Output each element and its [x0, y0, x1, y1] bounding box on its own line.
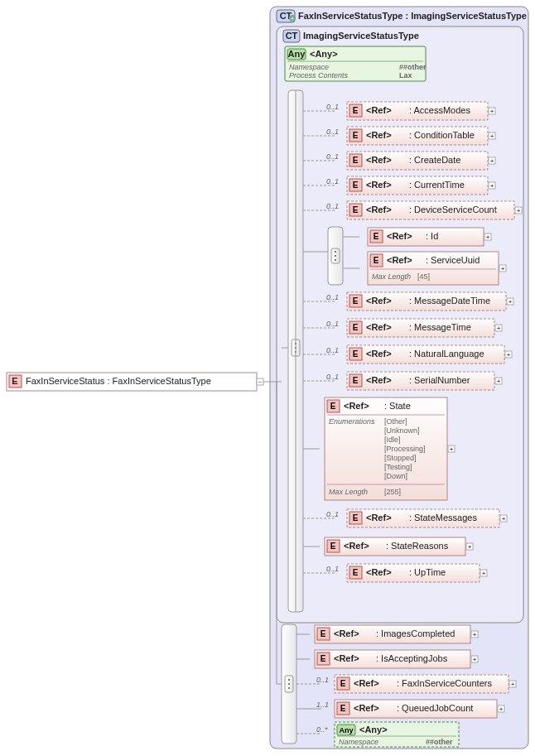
svg-text:[Processing]: [Processing]: [384, 445, 426, 453]
svg-text:0..1: 0..1: [326, 177, 339, 185]
svg-text:<Ref>: <Ref>: [366, 349, 392, 359]
outer-sequence: [282, 624, 296, 744]
svg-text:0..1: 0..1: [326, 128, 339, 136]
svg-text:E: E: [353, 156, 359, 165]
svg-text:+: +: [511, 681, 515, 688]
svg-text:<Ref>: <Ref>: [366, 105, 392, 115]
svg-text:+: +: [291, 15, 295, 22]
svg-text:[255]: [255]: [384, 488, 401, 496]
svg-text:E: E: [340, 679, 346, 688]
svg-text:<Ref>: <Ref>: [366, 296, 392, 306]
svg-point-58: [335, 255, 336, 257]
svg-text:[Down]: [Down]: [384, 472, 407, 480]
svg-text:: ServiceUuid: : ServiceUuid: [426, 255, 480, 265]
svg-point-57: [335, 251, 336, 253]
svg-text:CT: CT: [286, 31, 298, 41]
ct-outer-label: FaxInServiceStatusType : ImagingServiceS…: [298, 11, 527, 21]
svg-text:E: E: [374, 256, 379, 265]
choice-id-uuid: E <Ref> : Id + E <Ref> : ServiceUuid Max…: [303, 227, 506, 285]
svg-text:<Ref>: <Ref>: [366, 375, 392, 385]
svg-text:E: E: [353, 106, 359, 115]
svg-text:<Ref>: <Ref>: [366, 513, 392, 522]
svg-text:<Ref>: <Ref>: [366, 205, 392, 214]
ct-inner-label: ImagingServiceStatusType: [303, 31, 419, 41]
root-label: FaxInServiceStatus : FaxInServiceStatusT…: [26, 376, 211, 386]
svg-text:: NaturalLanguage: : NaturalLanguage: [409, 349, 484, 359]
svg-text:E: E: [374, 232, 379, 241]
svg-text:E: E: [353, 513, 359, 522]
svg-text:Enumerations: Enumerations: [329, 417, 375, 426]
svg-text:+: +: [517, 207, 521, 214]
svg-text:: QueuedJobCount: : QueuedJobCount: [397, 703, 473, 713]
svg-text:0..1: 0..1: [326, 202, 339, 210]
svg-text:+: +: [501, 265, 505, 272]
svg-text:: Id: : Id: [426, 231, 438, 241]
svg-text:E: E: [353, 323, 359, 332]
svg-text:+: +: [502, 515, 506, 522]
svg-text:[Idle]: [Idle]: [384, 436, 401, 444]
svg-text:+: +: [468, 543, 472, 551]
svg-text:<Ref>: <Ref>: [366, 322, 392, 332]
svg-text:<Ref>: <Ref>: [366, 130, 392, 140]
svg-text:+: +: [507, 351, 511, 359]
svg-text:: DeviceServiceCount: : DeviceServiceCount: [409, 205, 497, 214]
svg-text:E: E: [340, 704, 346, 713]
svg-point-59: [335, 259, 336, 261]
svg-text:+: +: [497, 378, 501, 385]
svg-text:0..*: 0..*: [316, 725, 328, 734]
svg-text:+: +: [490, 108, 494, 115]
svg-text:##other: ##other: [399, 63, 427, 71]
ref-state: E <Ref> : State Enumerations [Other] [Un…: [303, 397, 455, 500]
svg-text:E: E: [330, 542, 336, 551]
svg-text:0..1: 0..1: [316, 676, 329, 684]
svg-text:<Ref>: <Ref>: [366, 567, 392, 577]
root-element: E FaxInServiceStatus : FaxInServiceStatu…: [7, 373, 257, 391]
svg-text:<Ref>: <Ref>: [387, 231, 412, 241]
svg-text:Namespace: Namespace: [289, 63, 329, 71]
svg-text:<Ref>: <Ref>: [344, 541, 369, 551]
svg-text:: AccessModes: : AccessModes: [409, 105, 470, 115]
svg-text:E: E: [353, 296, 359, 306]
svg-text:: SerialNumber: : SerialNumber: [409, 375, 470, 385]
ct-inner-header: CT ImagingServiceStatusType: [283, 30, 419, 42]
svg-text:<Any>: <Any>: [310, 49, 338, 59]
svg-text:E: E: [353, 349, 359, 359]
svg-text:Any: Any: [288, 49, 306, 59]
svg-text:+: +: [482, 570, 486, 577]
svg-text:+: +: [499, 705, 504, 713]
svg-text:E: E: [330, 402, 336, 411]
svg-text:0..1: 0..1: [326, 293, 339, 301]
svg-text:E: E: [353, 568, 359, 577]
svg-text:0..1: 0..1: [326, 346, 339, 354]
svg-text:<Ref>: <Ref>: [387, 255, 412, 265]
svg-text:: MessageDateTime: : MessageDateTime: [409, 296, 490, 306]
svg-text:Lax: Lax: [399, 71, 412, 79]
svg-text:E: E: [321, 629, 326, 638]
svg-text:E: E: [12, 376, 17, 386]
ref-isacceptingjobs: E <Ref> : IsAcceptingJobs +: [296, 650, 478, 668]
ref-statereasons: E <Ref> : StateReasons +: [303, 537, 473, 556]
svg-text:[Testing]: [Testing]: [384, 463, 412, 471]
svg-text:: StateReasons: : StateReasons: [386, 541, 449, 551]
svg-point-17: [288, 679, 290, 681]
svg-text:[Other]: [Other]: [384, 417, 407, 426]
svg-text:0..1: 0..1: [326, 103, 339, 111]
svg-text:Max Length: Max Length: [329, 488, 368, 496]
svg-text:+: +: [490, 182, 494, 190]
svg-text:: CurrentTime: : CurrentTime: [409, 180, 465, 190]
svg-text:[45]: [45]: [417, 272, 430, 281]
svg-text:0..1: 0..1: [326, 565, 339, 573]
svg-text:0..1: 0..1: [326, 373, 339, 381]
svg-point-18: [288, 683, 290, 685]
svg-text:E: E: [353, 181, 359, 190]
svg-text:<Any>: <Any>: [359, 725, 388, 734]
svg-text:<Ref>: <Ref>: [366, 155, 392, 165]
svg-text:Process Contents: Process Contents: [289, 71, 349, 79]
svg-text:##other: ##other: [426, 738, 453, 746]
svg-text:: MessageTime: : MessageTime: [409, 322, 471, 332]
svg-text:0..1: 0..1: [326, 320, 339, 328]
svg-text:: StateMessages: : StateMessages: [409, 513, 477, 522]
svg-text:+: +: [486, 234, 490, 241]
svg-text:+: +: [497, 325, 501, 332]
svg-text:+: +: [473, 631, 477, 638]
